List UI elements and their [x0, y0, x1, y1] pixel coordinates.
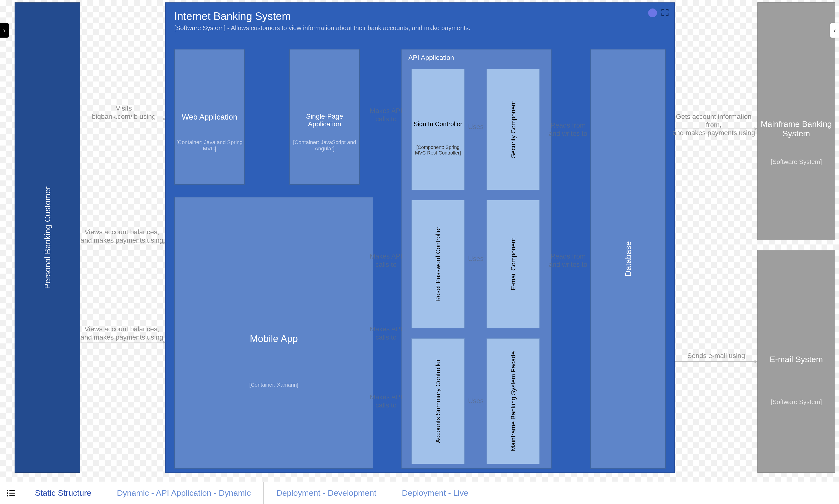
edge-label-makes-api-3: Makes API calls to	[362, 325, 410, 341]
tab-deployment-live[interactable]: Deployment - Live	[389, 482, 481, 504]
accounts-label: Accounts Summary Controller	[434, 359, 442, 443]
chevron-left-icon: ‹	[834, 26, 836, 34]
diagram-canvas[interactable]: Personal Banking Customer Internet Banki…	[0, 0, 839, 504]
mobile-label: Mobile App	[175, 333, 373, 344]
edge-label-sends-email: Sends e-mail using	[677, 352, 755, 360]
fullscreen-icon[interactable]	[661, 8, 669, 17]
signin-label: Sign In Controller	[412, 120, 464, 128]
edge-sends-email	[675, 361, 757, 362]
system-header: Internet Banking System [Software System…	[174, 10, 666, 32]
signin-tech: [Component: Spring MVC Rest Controller]	[414, 145, 462, 156]
system-internet-banking[interactable]: Internet Banking System [Software System…	[165, 2, 675, 473]
edge-label-uses-2: Uses	[464, 255, 488, 263]
navigation-indicator-icon[interactable]	[648, 8, 657, 17]
external-email-system[interactable]: E-mail System [Software System]	[757, 250, 835, 473]
tab-static-structure[interactable]: Static Structure	[22, 482, 104, 504]
reset-pwd-label: Reset Password Controller	[434, 227, 442, 302]
edge-label-reads-writes-1: Reads from and writes to	[541, 121, 595, 138]
security-label: Security Component	[510, 101, 517, 158]
edge-label-views1: Views account balances, and makes paymen…	[78, 228, 166, 244]
component-security[interactable]: Security Component	[486, 69, 540, 190]
edge-label-views2: Views account balances, and makes paymen…	[78, 325, 166, 341]
list-icon	[6, 488, 17, 499]
system-title: Internet Banking System	[174, 10, 666, 22]
edge-label-gets-account: Gets account information from, and makes…	[670, 112, 757, 137]
right-panel-toggle[interactable]: ‹	[830, 23, 839, 38]
actor-personal-banking-customer[interactable]: Personal Banking Customer	[15, 2, 80, 473]
external-mainframe[interactable]: Mainframe Banking System [Software Syste…	[757, 2, 835, 240]
edge-label-makes-api-1: Makes API calls to	[362, 107, 410, 123]
container-mobile-app[interactable]: Mobile App [Container: Xamarin]	[174, 197, 373, 469]
email-system-label: E-mail System	[758, 355, 835, 364]
container-web-application[interactable]: Web Application [Container: Java and Spr…	[174, 49, 245, 185]
component-email[interactable]: E-mail Component	[486, 200, 540, 328]
actor-label: Personal Banking Customer	[43, 186, 52, 289]
edge-label-reads-writes-2: Reads from and writes to	[541, 252, 595, 269]
system-tag: [Software System]	[174, 24, 225, 32]
edge-label-makes-api-2: Makes API calls to	[362, 252, 410, 269]
mobile-tech: [Container: Xamarin]	[175, 382, 373, 388]
email-system-tag: [Software System]	[758, 398, 835, 406]
web-app-label: Web Application	[175, 112, 244, 122]
spa-tech: [Container: JavaScript and Angular]	[290, 139, 359, 152]
mainframe-tag: [Software System]	[758, 158, 835, 166]
tab-deployment-development[interactable]: Deployment - Development	[264, 482, 389, 504]
database-label: Database	[623, 241, 633, 276]
web-app-tech: [Container: Java and Spring MVC]	[175, 139, 244, 152]
svg-rect-1	[9, 490, 15, 491]
svg-point-2	[7, 492, 8, 494]
edge-label-makes-api-4: Makes API calls to	[362, 393, 410, 409]
view-tabs-bar: Static Structure Dynamic - API Applicati…	[0, 482, 839, 504]
view-list-button[interactable]	[0, 482, 22, 504]
spa-label: Single-Page Application	[290, 112, 359, 128]
edge-label-uses-1: Uses	[464, 123, 488, 131]
mainframe-label: Mainframe Banking System	[758, 119, 835, 138]
svg-point-0	[7, 490, 8, 491]
left-panel-toggle[interactable]: ›	[0, 23, 9, 38]
container-database[interactable]: Database	[590, 49, 666, 469]
system-description: - Allows customers to view information a…	[227, 24, 470, 32]
component-accounts-summary[interactable]: Accounts Summary Controller	[411, 338, 465, 464]
chevron-right-icon: ›	[3, 26, 5, 34]
api-app-label: API Application	[401, 50, 551, 66]
tab-dynamic-api[interactable]: Dynamic - API Application - Dynamic	[104, 482, 264, 504]
email-label: E-mail Component	[510, 238, 517, 290]
component-mainframe-facade[interactable]: Mainframe Banking System Facade	[486, 338, 540, 464]
container-spa[interactable]: Single-Page Application [Container: Java…	[289, 49, 360, 185]
edge-label-visits: Visits bigbank.com/ib using	[83, 104, 165, 121]
svg-rect-3	[9, 492, 15, 493]
edge-label-uses-3: Uses	[464, 397, 488, 405]
component-signin-controller[interactable]: Sign In Controller [Component: Spring MV…	[411, 69, 465, 190]
edge-views2	[81, 342, 165, 342]
component-reset-password[interactable]: Reset Password Controller	[411, 200, 465, 328]
svg-point-4	[7, 495, 8, 497]
svg-rect-5	[9, 495, 15, 496]
facade-label: Mainframe Banking System Facade	[510, 351, 517, 451]
